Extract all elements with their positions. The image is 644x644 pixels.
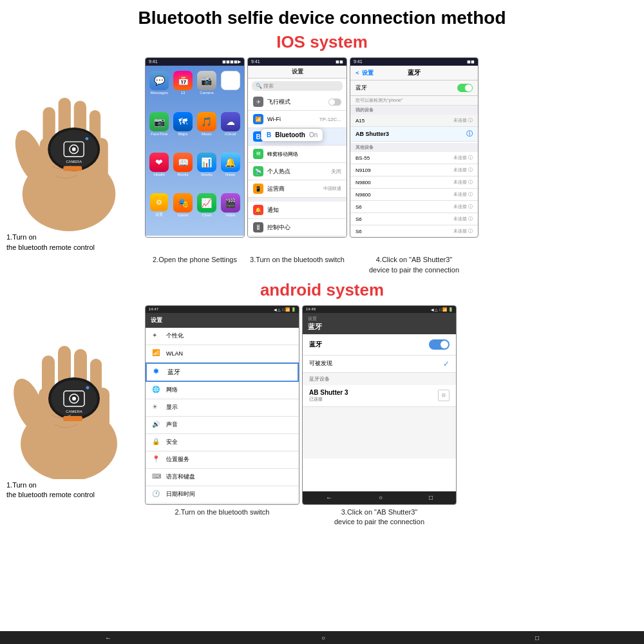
- svg-point-11: [72, 147, 76, 151]
- ios-caption-2: 2.Open the phone Settings: [145, 255, 245, 275]
- hand-illustration-android: CAMERA: [6, 305, 132, 479]
- ios-caption-3: 3.Turn on the bluetooth switch: [247, 255, 347, 275]
- svg-rect-30: [63, 416, 82, 421]
- svg-text:CAMERA: CAMERA: [66, 410, 82, 413]
- ios-statusbar-1: 9:41◼◼◼◼▶: [146, 58, 244, 66]
- svg-text:CAMERA: CAMERA: [66, 160, 82, 164]
- ios-home-screen: 9:41◼◼◼◼▶ 💬 Messages 📅 13 📷 Camera: [145, 57, 245, 238]
- android-settings-screen: 14:47 ◀ △ □ 📶 🔋 设置 ✦ 个性化 📶 WLAN ✱ 蓝牙: [145, 305, 299, 505]
- ios-step1-label: 1.Turn on the bluetooth remote control: [6, 232, 142, 252]
- svg-point-27: [72, 397, 76, 401]
- page: Bluetooth selfie device connection metho…: [0, 0, 644, 644]
- svg-rect-31: [45, 434, 103, 469]
- svg-point-29: [86, 386, 90, 389]
- android-caption-2: 2.Turn on the bluetooth switch: [145, 507, 299, 527]
- ios-statusbar-3: 9:41◼◼: [350, 58, 478, 66]
- android-step1-label: 1.Turn on the bluetooth remote control: [6, 480, 142, 500]
- android-hand-device: CAMERA: [6, 305, 132, 479]
- ios-title: IOS system: [0, 32, 644, 52]
- ios-caption-4: 4.Click on "AB Shutter3" device to pair …: [350, 255, 478, 275]
- ios-settings-screen: 9:41◼◼ 设置 🔍 搜索 ✈ 飞行模式 📶 Wi-Fi TP-12C...: [247, 57, 347, 238]
- main-title: Bluetooth selfie device connection metho…: [0, 0, 644, 30]
- ios-statusbar-2: 9:41◼◼: [248, 58, 346, 66]
- android-statusbar-2: 14:48 ◀ △ □ 📶 🔋: [303, 306, 456, 313]
- android-statusbar-1: 14:47 ◀ △ □ 📶 🔋: [146, 306, 299, 313]
- ios-hand-device: CAMERA: [6, 57, 132, 231]
- android-caption-3: 3.Click on "AB Shutter3" device to pair …: [302, 507, 457, 527]
- svg-rect-15: [46, 185, 102, 219]
- android-title: android system: [0, 280, 644, 300]
- hand-illustration-ios: CAMERA: [6, 57, 132, 231]
- android-bluetooth-screen: 14:48 ◀ △ □ 📶 🔋 设置 蓝牙 蓝牙 可被发现 ✓: [302, 305, 457, 505]
- ios-bluetooth-screen: 9:41◼◼ ＜ 设置 蓝牙 蓝牙 您可以被检测为"phone" 我的设备 A1…: [350, 57, 478, 238]
- svg-point-13: [86, 137, 89, 140]
